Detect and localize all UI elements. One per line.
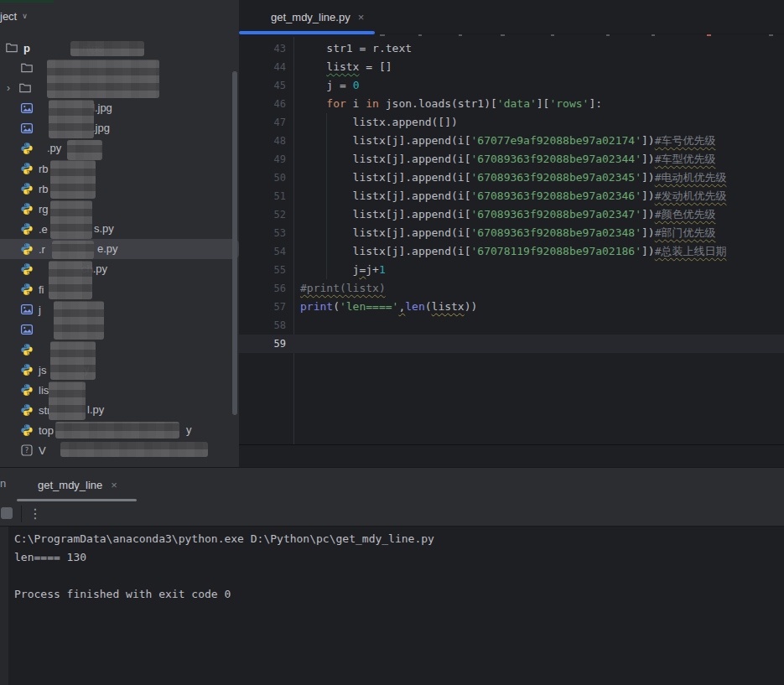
line-number[interactable]: 53 bbox=[239, 224, 286, 242]
editor-tab-bar: get_mdy_line.py × bbox=[239, 0, 784, 34]
code-line[interactable]: 44 listx = [] bbox=[239, 58, 784, 76]
line-number[interactable]: 49 bbox=[239, 150, 286, 169]
tab-get-mdy-line-py[interactable]: get_mdy_line.py × bbox=[239, 0, 374, 34]
python-file-icon bbox=[20, 363, 34, 376]
tree-item-selected[interactable]: .re.py bbox=[0, 239, 239, 259]
code-line-current[interactable]: 59 bbox=[239, 335, 784, 353]
tree-item[interactable]: rb bbox=[0, 179, 239, 199]
project-file-tree: pn\pc›l.jpg.jpg.pyrbrbrg.es.py.re.pych.p… bbox=[0, 38, 239, 460]
run-tab-get-mdy-line[interactable]: get_mdy_line × bbox=[18, 468, 117, 502]
redaction-blur bbox=[50, 160, 96, 199]
more-options-icon[interactable]: ⋮ bbox=[29, 504, 42, 524]
tree-item[interactable]: .jpg bbox=[0, 118, 239, 138]
code-line[interactable]: 52 listx[j].append(i['67089363f92088be97… bbox=[239, 205, 784, 224]
code-line[interactable]: 45 j = 0 bbox=[239, 76, 784, 95]
redaction-blur bbox=[50, 200, 92, 239]
tree-item[interactable]: .es.py bbox=[0, 219, 239, 239]
tree-item[interactable]: jsy bbox=[0, 360, 239, 380]
tree-item[interactable] bbox=[0, 319, 239, 340]
tree-item[interactable]: rg bbox=[0, 199, 239, 219]
run-console[interactable]: C:\ProgramData\anaconda3\python.exe D:\P… bbox=[0, 527, 784, 685]
file-name-fragment: .r bbox=[39, 243, 45, 256]
editor-bottom-border bbox=[239, 444, 784, 445]
line-number[interactable]: 44 bbox=[239, 58, 286, 76]
tree-item[interactable]: rb bbox=[0, 158, 239, 179]
line-number[interactable]: 43 bbox=[239, 39, 286, 58]
chevron-right-icon[interactable]: › bbox=[7, 83, 17, 93]
folder-icon bbox=[5, 41, 18, 54]
pycharm-window: ject ∨ pn\pc›l.jpg.jpg.pyrbrbrg.es.py.re… bbox=[0, 0, 784, 685]
redaction-blur bbox=[60, 442, 208, 457]
clipped-text-artifact bbox=[707, 34, 711, 36]
file-name-fragment: rb bbox=[39, 183, 49, 195]
python-file-icon bbox=[20, 343, 34, 356]
redaction-blur bbox=[70, 41, 144, 56]
code-line[interactable]: 57print('len====',len(listx)) bbox=[239, 298, 784, 316]
code-line[interactable]: 46 for i in json.loads(str1)['data']['ro… bbox=[239, 95, 784, 113]
line-number[interactable]: 58 bbox=[239, 316, 286, 335]
code-line[interactable]: 48 listx[j].append(i['67077e9af92088be97… bbox=[239, 132, 784, 150]
code-line[interactable]: 54 listx[j].append(i['67078119f92088be97… bbox=[239, 242, 784, 261]
line-number[interactable]: 46 bbox=[239, 95, 286, 113]
code-text: listx[j].append(i['67089363f92088be97a02… bbox=[300, 150, 715, 169]
tree-item[interactable]: j bbox=[0, 299, 239, 319]
tree-item[interactable]: fi bbox=[0, 279, 239, 299]
code-line[interactable]: 43 str1 = r.text bbox=[239, 39, 784, 58]
python-file-icon bbox=[18, 479, 32, 492]
code-line[interactable]: 56#print(listx) bbox=[239, 279, 784, 298]
run-tab-label: get_mdy_line bbox=[38, 479, 102, 491]
file-name-fragment: lis bbox=[39, 384, 49, 397]
python-file-icon bbox=[20, 222, 34, 236]
project-panel: ject ∨ pn\pc›l.jpg.jpg.pyrbrbrg.es.py.re… bbox=[0, 0, 239, 467]
code-line[interactable]: 51 listx[j].append(i['67089363f92088be97… bbox=[239, 187, 784, 205]
file-name-fragment: top bbox=[39, 424, 54, 437]
console-line bbox=[14, 567, 434, 585]
python-file-icon bbox=[20, 142, 34, 155]
chevron-down-icon: ∨ bbox=[22, 12, 28, 20]
line-number[interactable]: 51 bbox=[239, 187, 286, 205]
tree-item[interactable]: l.jpg bbox=[0, 98, 239, 118]
project-dropdown[interactable]: ject ∨ bbox=[0, 7, 28, 25]
tree-item[interactable]: strl.py bbox=[0, 400, 239, 420]
line-number[interactable]: 55 bbox=[239, 261, 286, 279]
code-text: listx[j].append(i['67089363f92088be97a02… bbox=[300, 169, 726, 187]
line-number[interactable]: 56 bbox=[239, 279, 286, 298]
file-name-fragment: V bbox=[39, 444, 46, 457]
file-name-fragment: js bbox=[39, 364, 46, 376]
close-icon[interactable]: × bbox=[111, 479, 117, 491]
project-panel-scrollbar[interactable] bbox=[232, 71, 237, 415]
clipped-text-artifact bbox=[380, 34, 385, 36]
code-text: print('len====',len(listx)) bbox=[300, 298, 477, 316]
code-line[interactable]: 47 listx.append([]) bbox=[239, 113, 784, 132]
line-number[interactable]: 48 bbox=[239, 132, 286, 150]
folder-icon bbox=[20, 61, 34, 75]
code-text: listx[j].append(i['67089363f92088be97a02… bbox=[300, 205, 715, 224]
code-line[interactable]: 49 listx[j].append(i['67089363f92088be97… bbox=[239, 150, 784, 169]
line-number[interactable]: 47 bbox=[239, 113, 286, 132]
python-file-icon bbox=[20, 262, 34, 276]
file-name-fragment: .py bbox=[47, 142, 61, 154]
code-viewport[interactable]: 43 str1 = r.text44 listx = []45 j = 046 … bbox=[239, 37, 784, 353]
code-line[interactable]: 50 listx[j].append(i['67089363f92088be97… bbox=[239, 169, 784, 187]
line-number[interactable]: 57 bbox=[239, 298, 286, 316]
folder-icon bbox=[18, 81, 32, 95]
close-icon[interactable]: × bbox=[358, 11, 365, 23]
code-line[interactable]: 53 listx[j].append(i['67089363f92088be97… bbox=[239, 224, 784, 242]
line-number[interactable]: 52 bbox=[239, 205, 286, 224]
python-file-icon bbox=[20, 202, 34, 215]
line-number[interactable]: 59 bbox=[239, 335, 286, 353]
code-line[interactable]: 58 bbox=[239, 316, 784, 335]
stop-button[interactable] bbox=[1, 507, 13, 519]
redaction-blur bbox=[49, 381, 86, 420]
line-number[interactable]: 45 bbox=[239, 76, 286, 95]
clipped-text-artifact bbox=[551, 34, 554, 36]
line-number[interactable]: 50 bbox=[239, 169, 286, 187]
tree-item[interactable]: ch.py bbox=[0, 259, 239, 279]
tree-item[interactable]: .py bbox=[0, 138, 239, 158]
code-text: listx[j].append(i['67077e9af92088be97a02… bbox=[300, 132, 715, 150]
line-number[interactable]: 54 bbox=[239, 242, 286, 261]
redaction-blur bbox=[50, 341, 96, 380]
tree-item[interactable] bbox=[0, 340, 239, 360]
code-line[interactable]: 55 j=j+1 bbox=[239, 261, 784, 279]
tree-item[interactable]: lis bbox=[0, 380, 239, 400]
